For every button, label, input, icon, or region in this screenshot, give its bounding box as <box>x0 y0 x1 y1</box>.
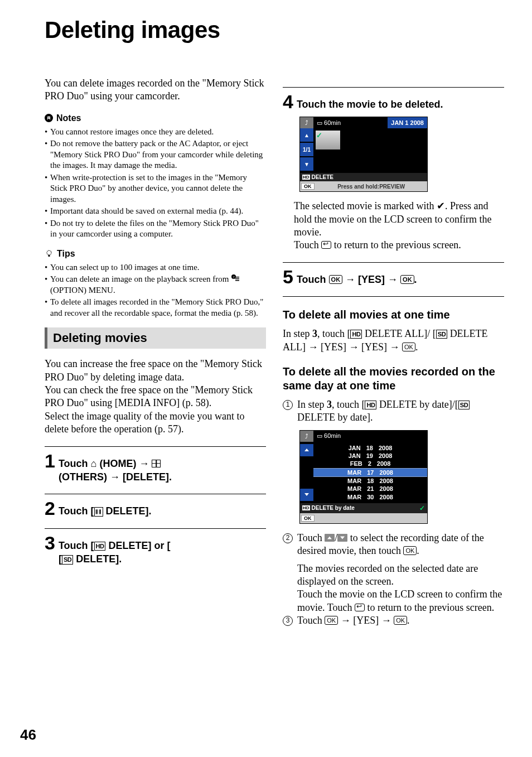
ui-date-list[interactable]: JAN182008JAN192008FEB22008MAR172008MAR18… <box>313 442 427 503</box>
svg-rect-1 <box>49 255 50 257</box>
substep-2: 2 Touch / to select the recording date o… <box>283 532 504 558</box>
step-1: 1 Touch ⌂ (HOME) → (OTHERS) → [DELETE]. <box>45 451 266 484</box>
ok-icon: OK <box>329 275 343 284</box>
ui-back-button[interactable]: ⤴ <box>300 117 313 128</box>
return-icon <box>321 241 331 249</box>
tip-item: To delete all images recorded in the "Me… <box>45 297 266 319</box>
step-number: 5 <box>283 267 293 286</box>
return-icon <box>355 604 365 611</box>
sub1-body: In step 3, touch [HD DELETE ALL]/ [SD DE… <box>283 327 504 354</box>
ui-date-row[interactable]: JAN182008 <box>313 444 427 452</box>
substep-2-body: The movies recorded on the selected date… <box>297 562 504 615</box>
tips-list: You can select up to 100 images at one t… <box>45 262 266 319</box>
step-number: 2 <box>45 499 55 518</box>
step-2: 2 Touch [⦀⦀ DELETE]. <box>45 499 266 518</box>
notes-list: You cannot restore images once they are … <box>45 127 266 240</box>
svg-rect-6 <box>235 280 239 281</box>
up-arrow-icon <box>325 534 335 542</box>
ui-down-button[interactable]: ▼ <box>300 157 313 171</box>
svg-point-0 <box>47 250 51 255</box>
subheading-delete-by-date: To delete all the movies recorded on the… <box>283 365 504 393</box>
ui-date-row[interactable]: MAR182008 <box>313 477 427 485</box>
hd-icon: HD <box>365 401 376 409</box>
sd-icon: SD <box>458 401 470 409</box>
hd-icon: HD <box>94 542 106 551</box>
page-number: 46 <box>20 726 36 744</box>
ui-mode-label: HD DELETE by date✓ <box>300 503 427 513</box>
ui-screenshot-delete: ⤴ ▭ 60min JAN 1 2008 ▲ 1/1 ▼ ✓ HD DELETE… <box>299 117 428 192</box>
ui-date-row[interactable]: MAR212008 <box>313 485 427 493</box>
tip-item: You can delete an image on the playback … <box>45 274 266 296</box>
ui-battery: ▭ 60min <box>313 119 341 127</box>
step-text: Touch the movie to be deleted. <box>297 92 443 111</box>
page-title: Deleting images <box>45 17 504 44</box>
ui-mode-label: HD DELETE <box>300 173 427 181</box>
notes-label: Notes <box>56 113 81 123</box>
ok-icon: OK <box>325 616 338 625</box>
ui-down-button[interactable] <box>300 489 313 501</box>
note-item: You cannot restore images once they are … <box>45 127 266 138</box>
ui-up-button[interactable] <box>300 444 313 456</box>
svg-rect-5 <box>235 278 239 279</box>
circled-2-icon: 2 <box>283 533 293 543</box>
ok-icon: OK <box>400 275 414 284</box>
intro-text: You can delete images recorded on the "M… <box>45 77 266 103</box>
note-item: Do not try to delete the files on the "M… <box>45 218 266 240</box>
film-icon: ⦀⦀ <box>94 507 103 517</box>
tips-icon <box>45 249 54 258</box>
step-text: Touch ⌂ (HOME) → (OTHERS) → [DELETE]. <box>59 451 172 484</box>
ui-date-row[interactable]: FEB22008 <box>313 460 427 467</box>
section-heading: Deleting movies <box>45 327 266 349</box>
check-icon: ✓ <box>316 131 322 139</box>
step-4-body: The selected movie is marked with ✔. Pre… <box>294 200 504 252</box>
check-icon: ✓ <box>419 504 425 512</box>
step-number: 3 <box>45 533 55 552</box>
home-icon: ⌂ <box>91 457 97 470</box>
others-icon <box>152 460 161 467</box>
ui-date-row[interactable]: MAR302008 <box>313 493 427 501</box>
ui-date-row[interactable]: JAN192008 <box>313 452 427 460</box>
note-item: Important data should be saved on extern… <box>45 206 266 217</box>
ui-date-row[interactable]: MAR172008 <box>313 468 427 477</box>
note-item: When write-protection is set to the imag… <box>45 172 266 205</box>
ui-page-count: 1/1 <box>300 143 313 156</box>
ui-battery: ▭ 60min <box>313 432 341 440</box>
subheading-delete-all: To delete all movies at one time <box>283 308 504 322</box>
down-arrow-icon <box>337 534 347 542</box>
sd-icon: SD <box>62 555 73 565</box>
circled-3-icon: 3 <box>283 616 293 626</box>
ui-ok-button[interactable]: OK <box>301 515 315 522</box>
step-text: Touch [HD DELETE] or [[SD DELETE]. <box>59 533 171 566</box>
substep-1: 1 In step 3, touch [HD DELETE by date]/[… <box>283 398 504 425</box>
hd-icon: HD <box>350 330 362 339</box>
tips-label: Tips <box>57 249 75 259</box>
ok-icon: OK <box>394 616 407 625</box>
ui-back-button[interactable]: ⤴ <box>300 431 313 442</box>
notes-icon: ႙ <box>45 114 53 122</box>
sd-icon: SD <box>436 330 447 339</box>
ui-ok-button[interactable]: OK <box>301 183 315 190</box>
check-icon: ✔ <box>437 200 445 213</box>
ok-icon: OK <box>403 546 417 555</box>
ui-up-button[interactable]: ▲ <box>300 128 313 142</box>
note-item: Do not remove the battery pack or the AC… <box>45 138 266 171</box>
notes-heading: ႙ Notes <box>45 113 266 123</box>
step-5: 5 Touch OK → [YES] → OK. <box>283 267 504 286</box>
step-text: Touch [⦀⦀ DELETE]. <box>59 499 152 518</box>
substep-3: 3 Touch OK → [YES] → OK. <box>283 614 504 627</box>
option-icon: ? <box>231 274 240 283</box>
circled-1-icon: 1 <box>283 400 293 410</box>
svg-rect-4 <box>235 277 239 278</box>
tips-heading: Tips <box>45 249 266 259</box>
ui-screenshot-delete-by-date: ⤴ ▭ 60min JAN182008JAN192008FEB22008MAR1… <box>299 430 428 524</box>
movies-body: You can increase the free space on the "… <box>45 358 266 436</box>
ui-thumbnail[interactable]: ✓ <box>316 131 340 150</box>
ui-hint: Press and hold:PREVIEW <box>316 184 428 190</box>
step-number: 1 <box>45 451 55 470</box>
step-4: 4 Touch the movie to be deleted. <box>283 92 504 111</box>
step-3: 3 Touch [HD DELETE] or [[SD DELETE]. <box>45 533 266 566</box>
tip-item: You can select up to 100 images at one t… <box>45 262 266 273</box>
ok-icon: OK <box>402 343 415 351</box>
step-number: 4 <box>283 92 293 111</box>
svg-text:?: ? <box>233 275 235 279</box>
